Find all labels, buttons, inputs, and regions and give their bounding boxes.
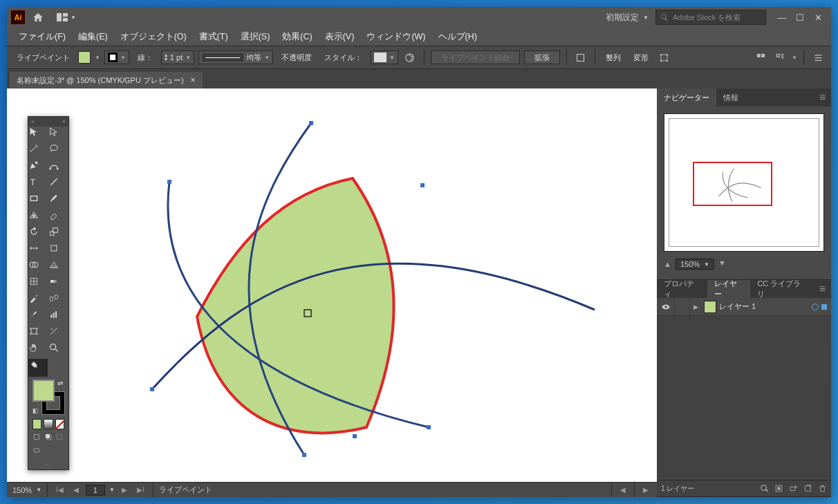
draw-normal-icon[interactable]: [32, 433, 41, 444]
zoom-in-icon[interactable]: ▲: [718, 260, 726, 268]
close-button[interactable]: ✕: [809, 10, 827, 25]
merge-button[interactable]: ライブペイント結合: [431, 50, 520, 64]
stroke-swatch[interactable]: ▼: [104, 50, 129, 64]
default-colors-icon[interactable]: ◧: [32, 407, 39, 414]
expand-button[interactable]: 拡張: [524, 50, 560, 64]
expand-layer-icon[interactable]: ▶: [690, 304, 701, 310]
layout-selector[interactable]: ▼: [57, 13, 76, 21]
menu-file[interactable]: ファイル(F): [12, 28, 72, 46]
color-selector[interactable]: ⇄ ◧: [32, 380, 64, 414]
recolor-icon[interactable]: [402, 50, 418, 65]
style-selector[interactable]: ▼: [371, 50, 398, 64]
next-artboard-icon[interactable]: ▶: [119, 486, 130, 494]
zoom-slider-icon[interactable]: [730, 261, 751, 268]
menu-edit[interactable]: 編集(E): [72, 28, 114, 46]
magic-wand-tool[interactable]: [28, 143, 48, 160]
zoom-out-icon[interactable]: ▲: [664, 260, 671, 268]
shaper-tool[interactable]: [28, 209, 48, 226]
slice-tool[interactable]: [48, 326, 68, 342]
blend-tool[interactable]: [48, 292, 68, 309]
stock-search[interactable]: Adobe Stock を検索: [655, 10, 766, 25]
home-icon[interactable]: [32, 11, 44, 24]
tab-info[interactable]: 情報: [716, 88, 745, 106]
workspace-selector[interactable]: 初期設定▼: [606, 12, 649, 24]
snap-icon[interactable]: [753, 50, 768, 65]
line-tool[interactable]: [48, 176, 68, 193]
new-sublayer-icon[interactable]: [789, 484, 798, 493]
menu-view[interactable]: 表示(V): [319, 28, 361, 46]
menu-object[interactable]: オブジェクト(O): [114, 28, 193, 46]
perspective-tool[interactable]: [48, 259, 68, 276]
stroke-profile[interactable]: 均等▼: [198, 50, 273, 64]
menu-help[interactable]: ヘルプ(H): [432, 28, 483, 46]
menu-window[interactable]: ウィンドウ(W): [360, 28, 431, 46]
hand-tool[interactable]: [28, 342, 48, 359]
lock-toggle[interactable]: [675, 298, 690, 315]
menu-type[interactable]: 書式(T): [193, 28, 234, 46]
color-mode-none[interactable]: [55, 419, 64, 429]
transform-icon[interactable]: [657, 50, 672, 65]
tab-layers[interactable]: レイヤー: [707, 280, 750, 298]
transform-label[interactable]: 変形: [629, 51, 653, 64]
tab-cc-libraries[interactable]: CC ライブラリ: [750, 280, 813, 298]
rotate-tool[interactable]: [28, 226, 48, 243]
zoom-tool[interactable]: [48, 342, 68, 359]
screen-mode-icon[interactable]: [32, 447, 44, 458]
zoom-selector[interactable]: 150%▼: [7, 483, 48, 497]
artboard-number[interactable]: 1: [86, 485, 105, 496]
color-mode-gradient[interactable]: [44, 419, 53, 429]
navigator-thumbnail[interactable]: [664, 113, 824, 252]
close-tab-icon[interactable]: ×: [191, 75, 196, 85]
column-graph-tool[interactable]: [48, 309, 68, 326]
scroll-right-icon[interactable]: ▶: [640, 486, 651, 494]
swap-colors-icon[interactable]: ⇄: [57, 380, 63, 387]
eraser-tool[interactable]: [48, 209, 68, 226]
document-tab[interactable]: 名称未設定-3* @ 150% (CMYK/GPU プレビュー) ×: [10, 72, 203, 88]
opacity-label[interactable]: 不透明度: [277, 51, 316, 64]
visibility-toggle-icon[interactable]: [657, 298, 675, 315]
last-artboard-icon[interactable]: ▶I: [134, 486, 147, 494]
shape-builder-tool[interactable]: [28, 259, 48, 276]
draw-behind-icon[interactable]: [44, 433, 53, 444]
stroke-weight-input[interactable]: ▴▾1 pt▼: [161, 50, 194, 64]
navigator-menu-icon[interactable]: ≡: [814, 91, 831, 104]
panel-menu-icon[interactable]: [810, 50, 826, 65]
artboard-tool[interactable]: [28, 326, 48, 342]
direct-selection-tool[interactable]: [48, 127, 68, 143]
navigator-zoom[interactable]: 150%▼: [676, 259, 714, 270]
selection-tool[interactable]: [28, 127, 48, 143]
tab-properties[interactable]: プロパティ: [657, 280, 707, 298]
toolbox-close-icon[interactable]: ×: [62, 118, 66, 125]
free-transform-tool[interactable]: [48, 243, 68, 259]
curvature-tool[interactable]: [48, 160, 68, 176]
width-tool[interactable]: [28, 243, 48, 259]
symbol-sprayer-tool[interactable]: [28, 309, 48, 326]
toolbox-grip[interactable]: ⋯: [28, 459, 68, 469]
rectangle-tool[interactable]: [28, 193, 48, 209]
delete-layer-icon[interactable]: [818, 484, 827, 493]
paintbrush-tool[interactable]: [48, 193, 68, 209]
maximize-button[interactable]: ☐: [791, 10, 809, 25]
new-layer-icon[interactable]: [803, 484, 812, 493]
minimize-button[interactable]: —: [773, 10, 791, 25]
layers-menu-icon[interactable]: ≡: [814, 283, 831, 295]
isolate-icon[interactable]: [573, 50, 588, 65]
lasso-tool[interactable]: [48, 143, 68, 160]
fill-color[interactable]: [32, 380, 55, 402]
first-artboard-icon[interactable]: I◀: [53, 486, 66, 494]
scale-tool[interactable]: [48, 226, 68, 243]
menu-select[interactable]: 選択(S): [234, 28, 277, 46]
fill-swatch[interactable]: [78, 51, 91, 64]
align-pixel-icon[interactable]: [772, 50, 788, 65]
layer-row[interactable]: ▶ レイヤー 1: [657, 298, 831, 316]
draw-inside-icon[interactable]: [55, 433, 64, 444]
live-paint-bucket-tool[interactable]: [28, 359, 48, 377]
mesh-tool[interactable]: [28, 276, 48, 292]
tab-navigator[interactable]: ナビゲーター: [657, 88, 716, 106]
align-label[interactable]: 整列: [602, 51, 625, 64]
color-mode-solid[interactable]: [32, 419, 41, 429]
clip-mask-icon[interactable]: [774, 484, 783, 493]
layer-name[interactable]: レイヤー 1: [719, 301, 809, 312]
type-tool[interactable]: T: [28, 176, 48, 193]
prev-artboard-icon[interactable]: ◀: [71, 486, 82, 494]
